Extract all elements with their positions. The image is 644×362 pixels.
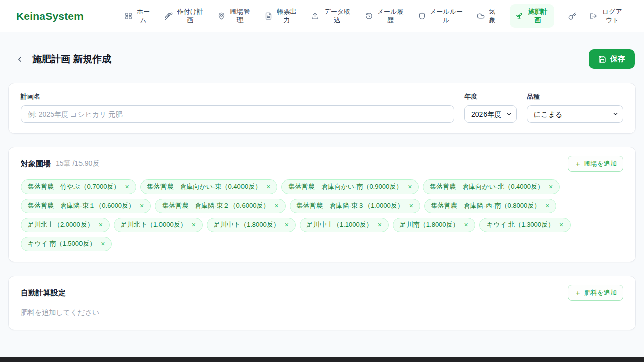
add-fertilizer-button[interactable]: ＋ 肥料を追加 xyxy=(568,285,623,301)
nav-item-planting-plan[interactable]: 作付け計画 xyxy=(165,8,204,24)
field-chip: 集落営農 倉庫隣-東３（1.0000反） × xyxy=(290,199,420,213)
field-chip: キウイ 北（1.3000反） × xyxy=(479,218,571,232)
history-icon xyxy=(365,12,373,20)
remove-field-button[interactable]: × xyxy=(407,183,412,190)
nav-label: 帳票出力 xyxy=(276,8,298,24)
field-chip-label: 集落営農 倉庫隣-東３（1.0000反） xyxy=(297,201,404,210)
field-chip: 集落営農 倉庫向かい-南（0.9000反） × xyxy=(281,179,419,194)
shield-icon xyxy=(418,12,426,20)
field-chip-label: 集落営農 倉庫隣-東２（0.6000反） xyxy=(162,201,269,210)
field-chip: 集落営農 倉庫隣-東２（0.6000反） × xyxy=(155,199,285,213)
remove-field-button[interactable]: × xyxy=(139,202,144,209)
bottom-bar xyxy=(0,357,644,362)
target-fields-card: 対象圃場 15筆 /15.90反 ＋ 圃場を追加 集落営農 竹やぶ（0.7000… xyxy=(8,147,636,262)
nav-item-mail-history[interactable]: メール履歴 xyxy=(365,8,405,24)
field-chip-label: 集落営農 倉庫向かい-東（0.4000反） xyxy=(147,182,262,191)
field-chip: 集落営農 竹やぶ（0.7000反） × xyxy=(21,179,136,194)
field-chip-list: 集落営農 竹やぶ（0.7000反） × 集落営農 倉庫向かい-東（0.4000反… xyxy=(21,179,623,251)
remove-field-button[interactable]: × xyxy=(266,183,271,190)
variety-label: 品種 xyxy=(527,92,623,101)
nav-label: 気象 xyxy=(488,8,496,24)
field-chip-label: 足川中上（1.1000反） xyxy=(307,220,373,229)
fertilizer-empty-message: 肥料を追加してください xyxy=(21,308,623,319)
field-chip: 足川北上（2.0000反） × xyxy=(21,218,110,232)
remove-field-button[interactable]: × xyxy=(98,221,103,228)
field-chip-label: 集落営農 倉庫隣-西-南（0.8000反） xyxy=(431,201,540,210)
remove-field-button[interactable]: × xyxy=(548,183,553,190)
wheat-icon xyxy=(165,12,173,20)
field-chip: キウイ 南（1.5000反） × xyxy=(21,237,112,251)
remove-field-button[interactable]: × xyxy=(464,221,469,228)
plus-icon: ＋ xyxy=(574,289,581,296)
page-header: 施肥計画 新規作成 保存 xyxy=(8,49,636,69)
year-select[interactable]: 2026年度 xyxy=(464,105,517,123)
field-chip-label: キウイ 北（1.3000反） xyxy=(487,220,554,229)
top-navigation-bar: KeinaSystem ホーム 作付け計画 圃場管理 帳票出力 xyxy=(0,0,644,32)
field-chip-label: 足川北上（2.0000反） xyxy=(28,220,94,229)
remove-field-button[interactable]: × xyxy=(545,202,550,209)
target-fields-summary: 15筆 /15.90反 xyxy=(56,159,99,168)
app-logo: KeinaSystem xyxy=(16,10,84,22)
nav-label: データ取込 xyxy=(323,8,352,24)
sprout-icon xyxy=(515,12,523,20)
nav-label: 圃場管理 xyxy=(229,8,251,24)
field-chip-label: 集落営農 倉庫向かい-北（0.4000反） xyxy=(430,182,544,191)
nav-label: 施肥計画 xyxy=(527,8,549,24)
remove-field-button[interactable]: × xyxy=(191,221,196,228)
add-fertilizer-button-label: 肥料を追加 xyxy=(584,288,617,297)
variety-select[interactable]: にこまる xyxy=(527,105,623,123)
plan-name-label: 計画名 xyxy=(21,92,454,101)
remove-field-button[interactable]: × xyxy=(559,221,564,228)
field-chip-label: キウイ 南（1.5000反） xyxy=(28,239,96,248)
remove-field-button[interactable]: × xyxy=(124,183,129,190)
main-content: 施肥計画 新規作成 保存 計画名 年度 2026年度 xyxy=(0,49,644,330)
field-chip: 足川中上（1.1000反） × xyxy=(300,218,389,232)
map-pin-icon xyxy=(218,12,225,20)
target-fields-title: 対象圃場 xyxy=(21,159,51,169)
auto-calc-title: 自動計算設定 xyxy=(21,288,66,298)
nav-item-logout[interactable]: ログアウト xyxy=(590,8,624,24)
field-chip-label: 集落営農 竹やぶ（0.7000反） xyxy=(28,182,120,191)
back-button[interactable] xyxy=(13,53,26,66)
nav-label: ホーム xyxy=(136,8,151,24)
save-button[interactable]: 保存 xyxy=(589,49,635,69)
year-label: 年度 xyxy=(464,92,517,101)
field-chip-label: 集落営農 倉庫向かい-南（0.9000反） xyxy=(288,182,403,191)
field-chip: 集落営農 倉庫向かい-北（0.4000反） × xyxy=(423,179,560,194)
field-chip: 集落営農 倉庫隣-西-南（0.8000反） × xyxy=(424,199,557,213)
nav-item-data-import[interactable]: データ取込 xyxy=(311,8,352,24)
upload-icon xyxy=(311,12,319,20)
add-field-button-label: 圃場を追加 xyxy=(584,159,617,168)
field-chip-label: 足川南（1.8000反） xyxy=(400,220,459,229)
main-nav: ホーム 作付け計画 圃場管理 帳票出力 データ取込 xyxy=(125,4,624,28)
remove-field-button[interactable]: × xyxy=(377,221,382,228)
logout-icon xyxy=(590,12,597,20)
nav-item-weather[interactable]: 気象 xyxy=(477,8,496,24)
nav-label: 作付け計画 xyxy=(176,8,204,24)
field-chip: 足川中下（1.8000反） × xyxy=(207,218,296,232)
auto-calc-card: 自動計算設定 ＋ 肥料を追加 肥料を追加してください xyxy=(8,276,636,330)
nav-item-field-management[interactable]: 圃場管理 xyxy=(218,8,251,24)
field-chip-label: 足川北下（1.0000反） xyxy=(121,220,187,229)
nav-item-fertilization-plan[interactable]: 施肥計画 xyxy=(510,4,554,28)
nav-item-mail-rules[interactable]: メールルール xyxy=(418,8,463,24)
key-icon[interactable] xyxy=(568,12,576,20)
remove-field-button[interactable]: × xyxy=(274,202,279,209)
field-chip: 集落営農 倉庫向かい-東（0.4000反） × xyxy=(140,179,278,194)
field-chip: 足川北下（1.0000反） × xyxy=(114,218,203,232)
nav-label: ログアウト xyxy=(601,8,624,24)
remove-field-button[interactable]: × xyxy=(100,240,105,247)
add-field-button[interactable]: ＋ 圃場を追加 xyxy=(568,156,623,172)
field-chip: 足川南（1.8000反） × xyxy=(393,218,475,232)
nav-item-home[interactable]: ホーム xyxy=(125,8,151,24)
field-chip-label: 集落営農 倉庫隣-東１（0.6000反） xyxy=(28,201,135,210)
nav-label: メール履歴 xyxy=(376,8,405,24)
nav-item-report-output[interactable]: 帳票出力 xyxy=(265,8,298,24)
plus-icon: ＋ xyxy=(574,160,581,167)
save-button-label: 保存 xyxy=(610,54,625,64)
field-chip-label: 足川中下（1.8000反） xyxy=(214,220,280,229)
plan-name-input[interactable] xyxy=(21,105,454,123)
remove-field-button[interactable]: × xyxy=(409,202,414,209)
remove-field-button[interactable]: × xyxy=(284,221,289,228)
grid-icon xyxy=(125,12,132,20)
